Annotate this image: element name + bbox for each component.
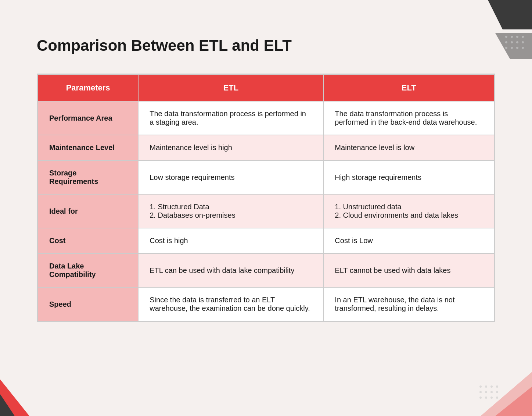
cell-elt: ELT cannot be used with data lakes <box>323 253 494 287</box>
header-etl: ETL <box>138 75 323 101</box>
cell-etl: Maintenance level is high <box>138 135 323 160</box>
cell-etl: ETL can be used with data lake compatibi… <box>138 253 323 287</box>
svg-point-21 <box>496 385 498 388</box>
cell-etl: Low storage requirements <box>138 160 323 194</box>
svg-point-6 <box>505 41 507 43</box>
cell-etl: Since the data is transferred to an ELT … <box>138 287 323 321</box>
svg-point-20 <box>490 385 493 388</box>
table-row: CostCost is highCost is Low <box>38 228 494 253</box>
svg-point-4 <box>516 36 518 38</box>
cell-elt: 1. Unstructured data2. Cloud environment… <box>323 194 494 228</box>
svg-point-3 <box>511 36 513 38</box>
cell-parameter: Maintenance Level <box>38 135 138 160</box>
corner-decoration-bottom-right <box>459 350 532 416</box>
svg-point-29 <box>496 397 498 399</box>
svg-point-2 <box>505 36 507 38</box>
svg-point-25 <box>496 391 498 393</box>
header-parameters: Parameters <box>38 75 138 101</box>
table-row: Maintenance LevelMaintenance level is hi… <box>38 135 494 160</box>
svg-point-23 <box>485 391 487 393</box>
cell-etl: 1. Structured Data2. Databases on-premis… <box>138 194 323 228</box>
comparison-table: Parameters ETL ELT Performance AreaThe d… <box>37 74 495 322</box>
corner-decoration-bottom-left <box>0 365 59 416</box>
table-row: Storage RequirementsLow storage requirem… <box>38 160 494 194</box>
svg-point-24 <box>490 391 493 393</box>
cell-elt: High storage requirements <box>323 160 494 194</box>
table-row: Ideal for1. Structured Data2. Databases … <box>38 194 494 228</box>
svg-point-22 <box>479 391 482 393</box>
cell-parameter: Performance Area <box>38 101 138 135</box>
cell-elt: Maintenance level is low <box>323 135 494 160</box>
cell-etl: The data transformation process is perfo… <box>138 101 323 135</box>
svg-point-26 <box>479 397 482 399</box>
table-row: SpeedSince the data is transferred to an… <box>38 287 494 321</box>
svg-point-28 <box>490 397 493 399</box>
svg-point-19 <box>485 385 487 388</box>
cell-parameter: Storage Requirements <box>38 160 138 194</box>
cell-elt: In an ETL warehouse, the data is not tra… <box>323 287 494 321</box>
cell-elt: Cost is Low <box>323 228 494 253</box>
svg-point-13 <box>522 47 524 49</box>
corner-decoration-top-right <box>459 0 532 59</box>
cell-parameter: Ideal for <box>38 194 138 228</box>
cell-parameter: Cost <box>38 228 138 253</box>
table-row: Performance AreaThe data transformation … <box>38 101 494 135</box>
cell-parameter: Data Lake Compatibility <box>38 253 138 287</box>
cell-etl: Cost is high <box>138 228 323 253</box>
header-elt: ELT <box>323 75 494 101</box>
svg-point-18 <box>479 385 482 388</box>
svg-point-27 <box>485 397 487 399</box>
svg-point-7 <box>511 41 513 43</box>
svg-marker-1 <box>495 33 532 59</box>
cell-elt: The data transformation process is perfo… <box>323 101 494 135</box>
cell-parameter: Speed <box>38 287 138 321</box>
svg-point-8 <box>516 41 518 43</box>
table-row: Data Lake CompatibilityETL can be used w… <box>38 253 494 287</box>
svg-point-11 <box>511 47 513 49</box>
svg-point-5 <box>522 36 524 38</box>
svg-point-10 <box>505 47 507 49</box>
svg-point-12 <box>516 47 518 49</box>
svg-marker-0 <box>488 0 532 29</box>
svg-point-9 <box>522 41 524 43</box>
page-title: Comparison Between ETL and ELT <box>37 37 292 54</box>
